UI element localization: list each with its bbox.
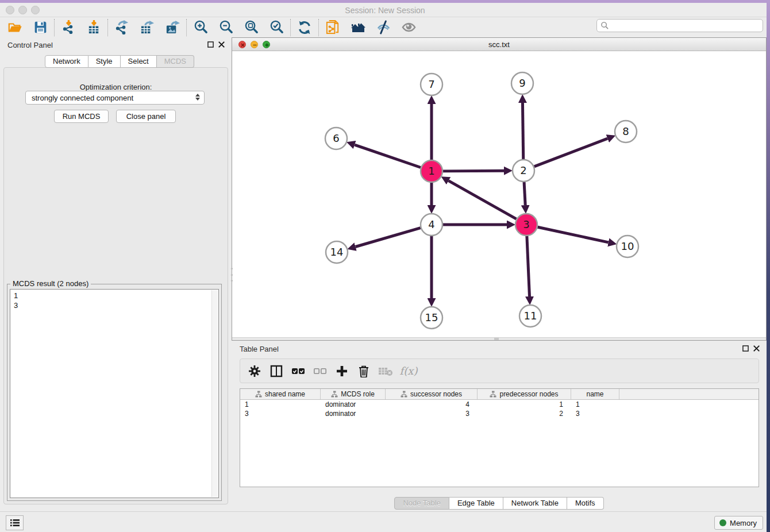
list-icon	[10, 518, 20, 527]
column-header-successor-nodes[interactable]: successor nodes	[386, 389, 478, 399]
run-mcds-button[interactable]: Run MCDS	[54, 110, 109, 123]
delete-table-icon	[378, 364, 393, 379]
tab-motifs[interactable]: Motifs	[567, 497, 604, 510]
edge-2-3[interactable]	[524, 182, 525, 205]
node-label-2: 2	[520, 164, 526, 176]
column-type-icon	[331, 391, 338, 398]
network-view-window: scc.txt 7968124314101511	[232, 37, 767, 341]
close-table-panel-icon[interactable]	[753, 345, 760, 352]
horizontal-divider[interactable]	[232, 337, 766, 340]
tab-select[interactable]: Select	[121, 55, 157, 68]
zoom-selected-icon[interactable]	[268, 20, 284, 36]
checked-boxes-icon[interactable]	[291, 364, 306, 379]
mcds-result-title: MCDS result (2 nodes)	[10, 279, 91, 288]
float-table-panel-icon[interactable]	[742, 345, 749, 352]
node-label-4: 4	[428, 218, 434, 230]
node-table[interactable]: shared nameMCDS rolesuccessor nodesprede…	[240, 388, 759, 487]
split-column-icon[interactable]	[269, 364, 284, 379]
tab-style[interactable]: Style	[88, 55, 121, 68]
search-icon	[600, 21, 609, 30]
column-header-MCDS-role[interactable]: MCDS role	[321, 389, 386, 399]
network-canvas[interactable]: 7968124314101511	[232, 51, 766, 337]
network-window-titlebar[interactable]: scc.txt	[232, 38, 766, 51]
table-cell[interactable]: dominator	[321, 409, 386, 418]
table-row[interactable]: 1dominator411	[240, 400, 759, 409]
toolbar-separator	[54, 19, 55, 36]
node-label-6: 6	[333, 132, 339, 144]
edge-4-14[interactable]	[356, 228, 421, 247]
table-cell[interactable]: 4	[386, 400, 478, 409]
column-type-icon	[255, 391, 262, 398]
node-label-7: 7	[428, 78, 434, 90]
optimization-criterion-select[interactable]: strongly connected component	[25, 91, 205, 105]
panel-splitter-handle[interactable]	[230, 268, 234, 282]
search-box	[596, 19, 763, 32]
edge-3-1[interactable]	[449, 181, 517, 219]
node-label-15: 15	[425, 311, 438, 323]
table-cell[interactable]: 2	[478, 409, 571, 418]
tab-node-table[interactable]: Node Table	[394, 497, 449, 510]
export-network-icon[interactable]	[114, 20, 130, 36]
node-label-10: 10	[621, 240, 634, 252]
edge-1-2[interactable]	[443, 171, 504, 171]
float-panel-icon[interactable]	[207, 41, 214, 48]
trash-icon[interactable]	[356, 364, 371, 379]
node-label-14: 14	[330, 246, 344, 258]
table-cell[interactable]: 1	[571, 400, 619, 409]
save-icon[interactable]	[32, 20, 48, 36]
tab-network[interactable]: Network	[45, 55, 88, 68]
table-cell[interactable]: 3	[240, 409, 321, 418]
edge-2-9[interactable]	[522, 103, 523, 159]
edge-2-8[interactable]	[534, 138, 608, 167]
zoom-out-icon[interactable]	[218, 20, 234, 36]
table-cell[interactable]: 1	[240, 400, 321, 409]
import-network-icon[interactable]	[60, 20, 76, 36]
table-header-row: shared nameMCDS rolesuccessor nodesprede…	[240, 389, 759, 400]
table-cell[interactable]: 3	[571, 409, 619, 418]
zoom-in-icon[interactable]	[192, 20, 209, 36]
column-header-shared-name[interactable]: shared name	[240, 389, 321, 399]
control-panel: Control Panel NetworkStyleSelectMCDS Opt…	[0, 37, 232, 511]
search-input[interactable]	[609, 20, 763, 31]
unchecked-boxes-icon[interactable]	[313, 364, 328, 379]
node-label-11: 11	[524, 310, 537, 322]
task-history-button[interactable]	[6, 515, 24, 530]
import-table-icon[interactable]	[86, 20, 102, 36]
close-panel-button[interactable]: Close panel	[116, 110, 176, 123]
gear-icon[interactable]	[247, 364, 262, 379]
export-table-icon[interactable]	[139, 20, 155, 36]
network-graph[interactable]: 7968124314101511	[232, 51, 766, 337]
optimization-criterion-value: strongly connected component	[32, 94, 133, 102]
close-panel-icon[interactable]	[218, 41, 225, 48]
table-cell[interactable]: 3	[386, 409, 478, 418]
divider-thumb[interactable]	[494, 338, 499, 340]
tab-network-table[interactable]: Network Table	[503, 497, 567, 510]
hide-eye-icon[interactable]	[375, 20, 391, 36]
edge-1-6[interactable]	[355, 145, 421, 167]
tab-mcds[interactable]: MCDS	[157, 55, 194, 68]
mcds-result-groupbox: MCDS result (2 nodes) 13	[7, 284, 222, 501]
main-titlebar: Session: New Session	[0, 3, 770, 17]
plus-icon[interactable]	[334, 364, 349, 379]
table-cell[interactable]: dominator	[321, 400, 386, 409]
edge-3-11[interactable]	[527, 236, 530, 296]
home-icon[interactable]	[350, 20, 366, 36]
table-cell[interactable]: 1	[478, 400, 571, 409]
edge-3-10[interactable]	[538, 227, 609, 242]
zoom-fit-icon[interactable]	[243, 20, 259, 36]
table-tabs: Node TableEdge TableNetwork TableMotifs	[232, 497, 767, 510]
refresh-icon[interactable]	[297, 20, 313, 36]
network-file-icon[interactable]	[325, 20, 341, 36]
result-scrollbar[interactable]	[211, 290, 218, 497]
control-panel-title: Control Panel	[7, 41, 53, 49]
mcds-result-text[interactable]: 13	[10, 289, 219, 498]
open-folder-icon[interactable]	[7, 20, 23, 36]
export-image-icon[interactable]	[164, 20, 180, 36]
column-header-predecessor-nodes[interactable]: predecessor nodes	[478, 389, 571, 399]
memory-button[interactable]: Memory	[714, 516, 763, 530]
toolbar-separator	[318, 19, 319, 36]
tab-edge-table[interactable]: Edge Table	[449, 497, 503, 510]
column-header-name[interactable]: name	[571, 389, 619, 399]
show-eye-icon[interactable]	[401, 20, 417, 36]
table-row[interactable]: 3dominator323	[240, 409, 759, 418]
